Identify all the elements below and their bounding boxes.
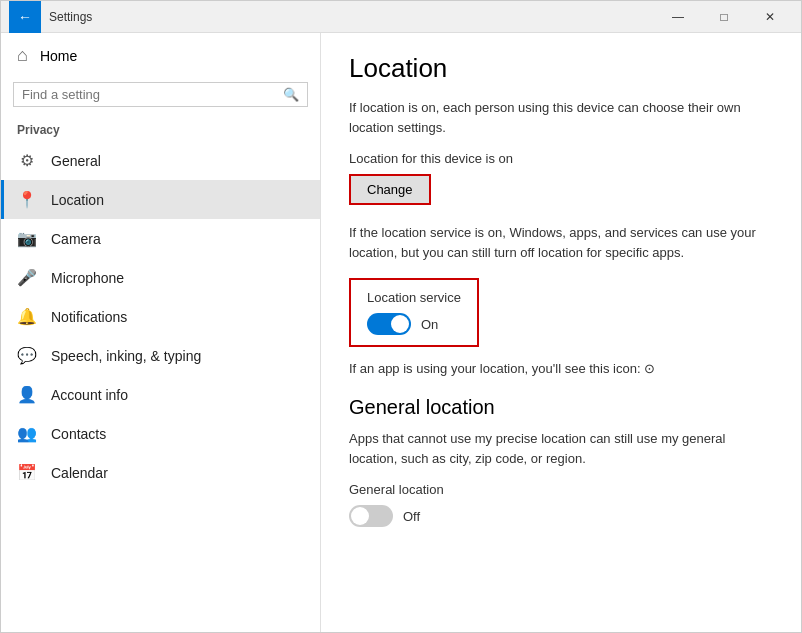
sidebar-item-general[interactable]: ⚙ General xyxy=(1,141,320,180)
window-title: Settings xyxy=(41,10,655,24)
general-location-toggle[interactable] xyxy=(349,505,393,527)
sidebar-item-location[interactable]: 📍 Location xyxy=(1,180,320,219)
page-title: Location xyxy=(349,53,773,84)
sidebar-item-notifications[interactable]: 🔔 Notifications xyxy=(1,297,320,336)
calendar-icon: 📅 xyxy=(17,463,37,482)
sidebar-item-contacts-label: Contacts xyxy=(51,426,106,442)
sidebar-item-account-info-label: Account info xyxy=(51,387,128,403)
general-location-title: General location xyxy=(349,396,773,419)
change-button[interactable]: Change xyxy=(349,174,431,205)
sidebar-item-microphone[interactable]: 🎤 Microphone xyxy=(1,258,320,297)
sidebar: ⌂ Home 🔍 Privacy ⚙ General 📍 Location 📷 … xyxy=(1,33,321,632)
sidebar-item-notifications-label: Notifications xyxy=(51,309,127,325)
minimize-button[interactable]: — xyxy=(655,1,701,33)
titlebar: ← Settings — □ ✕ xyxy=(1,1,801,33)
general-location-toggle-row: Off xyxy=(349,505,773,527)
location-description: If location is on, each person using thi… xyxy=(349,98,773,137)
sidebar-item-calendar[interactable]: 📅 Calendar xyxy=(1,453,320,492)
icon-description: If an app is using your location, you'll… xyxy=(349,361,773,376)
sidebar-item-location-label: Location xyxy=(51,192,104,208)
location-service-toggle-row: On xyxy=(367,313,461,335)
home-icon: ⌂ xyxy=(17,45,28,66)
general-location-desc: Apps that cannot use my precise location… xyxy=(349,429,773,468)
maximize-button[interactable]: □ xyxy=(701,1,747,33)
contacts-icon: 👥 xyxy=(17,424,37,443)
home-nav-item[interactable]: ⌂ Home xyxy=(1,33,320,78)
sidebar-item-account-info[interactable]: 👤 Account info xyxy=(1,375,320,414)
search-icon: 🔍 xyxy=(283,87,299,102)
location-service-status: On xyxy=(421,317,438,332)
search-box: 🔍 xyxy=(13,82,308,107)
sidebar-item-camera[interactable]: 📷 Camera xyxy=(1,219,320,258)
camera-icon: 📷 xyxy=(17,229,37,248)
section-label: Privacy xyxy=(1,115,320,141)
sidebar-item-calendar-label: Calendar xyxy=(51,465,108,481)
sidebar-item-camera-label: Camera xyxy=(51,231,101,247)
sidebar-item-speech-label: Speech, inking, & typing xyxy=(51,348,201,364)
general-location-label: General location xyxy=(349,482,773,497)
close-button[interactable]: ✕ xyxy=(747,1,793,33)
location-icon: 📍 xyxy=(17,190,37,209)
window-controls: — □ ✕ xyxy=(655,1,793,33)
sidebar-item-speech[interactable]: 💬 Speech, inking, & typing xyxy=(1,336,320,375)
device-status: Location for this device is on xyxy=(349,151,773,166)
service-description: If the location service is on, Windows, … xyxy=(349,223,773,262)
location-service-label: Location service xyxy=(367,290,461,305)
settings-window: ← Settings — □ ✕ ⌂ Home 🔍 Privacy ⚙ Gene… xyxy=(0,0,802,633)
back-button[interactable]: ← xyxy=(9,1,41,33)
content-area: ⌂ Home 🔍 Privacy ⚙ General 📍 Location 📷 … xyxy=(1,33,801,632)
speech-icon: 💬 xyxy=(17,346,37,365)
account-info-icon: 👤 xyxy=(17,385,37,404)
sidebar-item-general-label: General xyxy=(51,153,101,169)
general-icon: ⚙ xyxy=(17,151,37,170)
sidebar-item-contacts[interactable]: 👥 Contacts xyxy=(1,414,320,453)
microphone-icon: 🎤 xyxy=(17,268,37,287)
main-panel: Location If location is on, each person … xyxy=(321,33,801,632)
location-service-toggle[interactable] xyxy=(367,313,411,335)
location-service-section: Location service On xyxy=(349,278,479,347)
notifications-icon: 🔔 xyxy=(17,307,37,326)
search-input[interactable] xyxy=(22,87,277,102)
home-label: Home xyxy=(40,48,77,64)
back-icon: ← xyxy=(18,9,32,25)
sidebar-item-microphone-label: Microphone xyxy=(51,270,124,286)
general-location-status: Off xyxy=(403,509,420,524)
